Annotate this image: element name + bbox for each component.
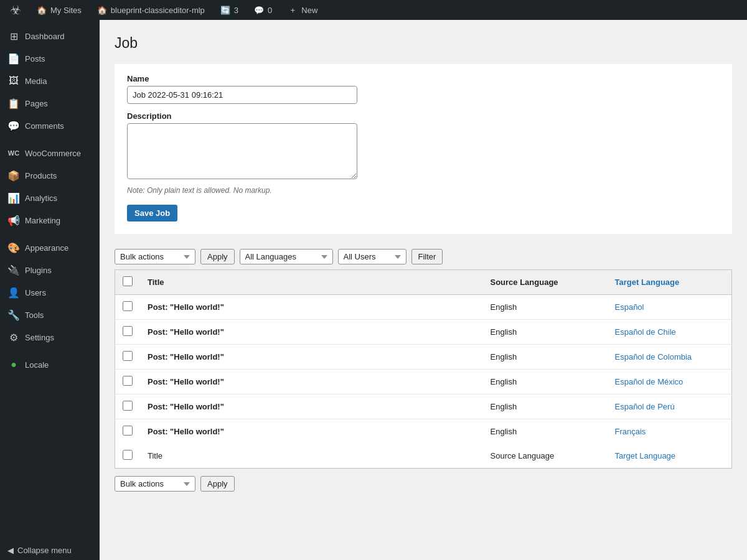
collapse-menu-item[interactable]: ◀ Collapse menu: [0, 541, 100, 560]
row-target-link-5[interactable]: Español de Perú: [615, 402, 675, 411]
sidebar: ⊞ Dashboard 📄 Posts 🖼 Media 📋 Pages 💬 Co…: [0, 20, 100, 560]
table-row: Post: "Hello world!" English Español de …: [115, 320, 732, 345]
sidebar-item-locale[interactable]: ● Locale: [0, 353, 100, 376]
my-sites-item[interactable]: 🏠 My Sites: [34, 4, 84, 16]
all-users-select[interactable]: All Users: [338, 249, 406, 264]
pages-icon: 📋: [7, 97, 20, 110]
plus-icon: +: [287, 4, 298, 16]
tools-icon: 🔧: [7, 309, 20, 321]
row-checkbox-cell-2: [115, 320, 141, 345]
new-item[interactable]: + New: [284, 4, 320, 16]
comments-item[interactable]: 💬 0: [251, 4, 275, 16]
row-checkbox-4[interactable]: [123, 376, 133, 386]
sidebar-label-posts: Posts: [25, 54, 45, 63]
bulk-actions-select-top[interactable]: Bulk actions: [115, 249, 195, 264]
name-label: Name: [127, 74, 720, 83]
table-row: Post: "Hello world!" English Español: [115, 295, 732, 320]
sidebar-item-analytics[interactable]: 📊 Analytics: [0, 187, 100, 209]
all-languages-select[interactable]: All Languages: [240, 249, 333, 264]
sidebar-item-woocommerce[interactable]: WC WooCommerce: [0, 142, 100, 164]
row-checkbox-6[interactable]: [123, 426, 133, 436]
footer-target-cell: Target Language: [608, 444, 732, 469]
filter-button[interactable]: Filter: [411, 249, 443, 264]
row-source-6: English: [491, 427, 517, 436]
apply-button-bottom[interactable]: Apply: [200, 476, 235, 492]
header-target-cell: Target Language: [608, 270, 732, 295]
row-source-4: English: [491, 377, 517, 386]
name-input[interactable]: [127, 86, 357, 104]
sidebar-item-tools[interactable]: 🔧 Tools: [0, 304, 100, 326]
sidebar-item-pages[interactable]: 📋 Pages: [0, 92, 100, 114]
row-title-cell-6: Post: "Hello world!": [140, 419, 483, 444]
collapse-arrow-icon: ◀: [7, 546, 14, 555]
admin-bar: ☣ 🏠 My Sites 🏠 blueprint-classiceditor-m…: [0, 0, 747, 20]
target-language-column-header-link[interactable]: Target Language: [615, 278, 680, 287]
row-target-link-1[interactable]: Español: [615, 302, 644, 312]
sidebar-item-settings[interactable]: ⚙ Settings: [0, 326, 100, 348]
media-icon: 🖼: [7, 75, 20, 87]
page-title: Job: [115, 35, 732, 52]
source-language-footer-header: Source Language: [491, 451, 555, 460]
row-target-link-6[interactable]: Français: [615, 427, 646, 436]
sidebar-item-users[interactable]: 👤 Users: [0, 281, 100, 304]
description-textarea[interactable]: [127, 123, 357, 179]
row-target-cell-1: Español: [608, 295, 732, 320]
save-job-button[interactable]: Save Job: [127, 205, 177, 222]
row-title-cell-3: Post: "Hello world!": [140, 345, 483, 370]
row-source-cell-1: English: [483, 295, 608, 320]
table-row: Post: "Hello world!" English Español de …: [115, 394, 732, 419]
source-language-column-header: Source Language: [491, 278, 558, 287]
row-title-5: Post: "Hello world!": [148, 402, 224, 411]
row-checkbox-5[interactable]: [123, 401, 133, 411]
products-icon: 📦: [7, 169, 20, 182]
site-home-icon: 🏠: [96, 4, 108, 16]
row-target-link-4[interactable]: Español de México: [615, 377, 684, 386]
sidebar-item-appearance[interactable]: 🎨 Appearance: [0, 236, 100, 259]
row-title-3: Post: "Hello world!": [148, 352, 224, 362]
sidebar-item-marketing[interactable]: 📢 Marketing: [0, 209, 100, 231]
table-row: Post: "Hello world!" English Français: [115, 419, 732, 444]
posts-icon: 📄: [7, 52, 20, 65]
site-name-label: blueprint-classiceditor-mlp: [111, 6, 205, 15]
row-source-5: English: [491, 402, 517, 411]
row-target-cell-2: Español de Chile: [608, 320, 732, 345]
select-all-checkbox-bottom[interactable]: [123, 450, 133, 460]
sidebar-item-dashboard[interactable]: ⊞ Dashboard: [0, 25, 100, 47]
header-title-cell: Title: [140, 270, 483, 295]
sidebar-label-dashboard: Dashboard: [25, 32, 65, 41]
sidebar-item-products[interactable]: 📦 Products: [0, 164, 100, 187]
sidebar-item-media[interactable]: 🖼 Media: [0, 70, 100, 92]
title-footer-header: Title: [148, 451, 162, 460]
sidebar-item-posts[interactable]: 📄 Posts: [0, 47, 100, 70]
wp-logo[interactable]: ☣: [7, 2, 24, 17]
row-title-1: Post: "Hello world!": [148, 302, 224, 312]
row-source-1: English: [491, 302, 517, 312]
sidebar-label-locale: Locale: [25, 360, 49, 370]
select-all-checkbox-top[interactable]: [123, 276, 133, 286]
bulk-actions-select-bottom[interactable]: Bulk actions: [115, 476, 195, 492]
row-checkbox-3[interactable]: [123, 351, 133, 361]
site-name-item[interactable]: 🏠 blueprint-classiceditor-mlp: [94, 4, 207, 16]
comments-icon: 💬: [253, 4, 265, 16]
row-checkbox-cell-5: [115, 394, 141, 419]
sidebar-item-plugins[interactable]: 🔌 Plugins: [0, 259, 100, 281]
row-target-link-2[interactable]: Español de Chile: [615, 327, 676, 337]
table-header-row: Title Source Language Target Language: [115, 270, 732, 295]
description-label: Description: [127, 111, 720, 121]
footer-title-cell: Title: [140, 444, 483, 469]
row-title-cell-5: Post: "Hello world!": [140, 394, 483, 419]
updates-item[interactable]: 🔄 3: [217, 4, 241, 16]
sidebar-label-users: Users: [25, 288, 46, 297]
row-target-link-3[interactable]: Español de Colombia: [615, 352, 692, 362]
wordpress-icon: ☣: [10, 2, 21, 17]
target-language-footer-header-link[interactable]: Target Language: [615, 451, 676, 460]
top-table-controls: Bulk actions Apply All Languages All Use…: [115, 244, 732, 269]
row-checkbox-1[interactable]: [123, 301, 133, 311]
row-checkbox-2[interactable]: [123, 326, 133, 336]
header-source-cell: Source Language: [483, 270, 608, 295]
sidebar-item-comments[interactable]: 💬 Comments: [0, 114, 100, 137]
sidebar-label-marketing: Marketing: [25, 216, 60, 225]
bottom-table-controls: Bulk actions Apply: [115, 469, 732, 492]
apply-button-top[interactable]: Apply: [200, 249, 235, 264]
row-target-cell-5: Español de Perú: [608, 394, 732, 419]
